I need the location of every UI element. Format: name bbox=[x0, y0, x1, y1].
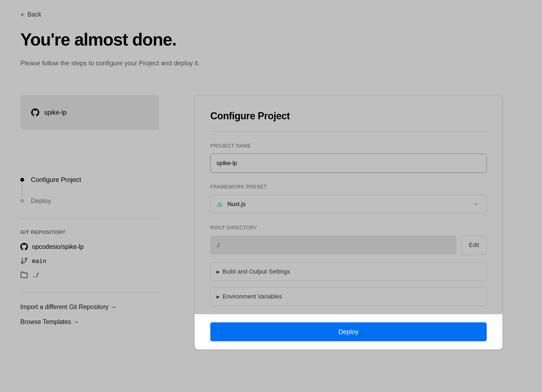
git-repo-text: opcodesio/spike-lp bbox=[32, 243, 84, 250]
github-icon bbox=[31, 108, 39, 117]
nuxt-icon bbox=[217, 201, 224, 207]
framework-preset-label: FRAMEWORK PRESET bbox=[210, 184, 487, 190]
triangle-right-icon: ▶ bbox=[217, 294, 220, 299]
build-settings-accordion[interactable]: ▶ Build and Output Settings bbox=[210, 262, 487, 281]
edit-root-button[interactable]: Edit bbox=[461, 236, 487, 255]
framework-preset-value: Nuxt.js bbox=[227, 201, 246, 208]
chevron-down-icon bbox=[473, 201, 479, 207]
triangle-right-icon: ▶ bbox=[217, 269, 220, 274]
deploy-button[interactable]: Deploy bbox=[210, 322, 487, 341]
page-subtitle: Please follow the steps to configure you… bbox=[20, 59, 522, 67]
step-configure[interactable]: Configure Project bbox=[20, 176, 159, 184]
step-bullet-active bbox=[20, 178, 24, 182]
back-label: Back bbox=[27, 11, 41, 18]
divider bbox=[210, 131, 487, 132]
step-connector bbox=[22, 182, 22, 197]
framework-preset-select[interactable]: Nuxt.js bbox=[210, 195, 487, 214]
github-icon bbox=[20, 243, 28, 250]
git-path-row: ./ bbox=[20, 271, 159, 279]
root-directory-input bbox=[210, 236, 456, 255]
browse-templates-link[interactable]: Browse Templates → bbox=[20, 318, 159, 326]
step-label: Configure Project bbox=[31, 176, 81, 184]
step-bullet-inactive bbox=[20, 199, 24, 203]
configure-title: Configure Project bbox=[210, 110, 487, 122]
divider bbox=[20, 292, 159, 293]
git-branch-row: main bbox=[20, 257, 159, 265]
arrow-left-icon bbox=[20, 12, 25, 17]
accordion-label: Environment Variables bbox=[222, 293, 282, 300]
step-deploy[interactable]: Deploy bbox=[20, 197, 159, 205]
deploy-section: Deploy bbox=[195, 314, 502, 349]
folder-icon bbox=[20, 271, 28, 279]
repo-card[interactable]: spike-lp bbox=[20, 95, 159, 130]
page-title: You're almost done. bbox=[20, 30, 522, 50]
git-branch-icon bbox=[20, 257, 28, 265]
root-directory-label: ROOT DIRECTORY bbox=[210, 225, 487, 231]
step-label: Deploy bbox=[31, 197, 51, 205]
divider bbox=[20, 218, 159, 219]
project-name-label: PROJECT NAME bbox=[210, 143, 487, 149]
sidebar: spike-lp Configure Project Deploy GIT RE… bbox=[20, 95, 159, 350]
repo-name: spike-lp bbox=[44, 109, 67, 116]
project-name-input[interactable] bbox=[210, 154, 487, 173]
steps-list: Configure Project Deploy bbox=[20, 176, 159, 205]
configure-card: Configure Project PROJECT NAME FRAMEWORK… bbox=[194, 95, 503, 350]
import-repo-link[interactable]: Import a different Git Repository → bbox=[20, 303, 159, 311]
git-section-label: GIT REPOSITORY bbox=[20, 229, 159, 235]
git-path-text: ./ bbox=[32, 272, 39, 278]
env-vars-accordion[interactable]: ▶ Environment Variables bbox=[210, 287, 487, 306]
accordion-label: Build and Output Settings bbox=[222, 268, 290, 275]
git-repo-row: opcodesio/spike-lp bbox=[20, 243, 159, 250]
git-branch-text: main bbox=[32, 258, 46, 264]
back-link[interactable]: Back bbox=[20, 11, 41, 18]
